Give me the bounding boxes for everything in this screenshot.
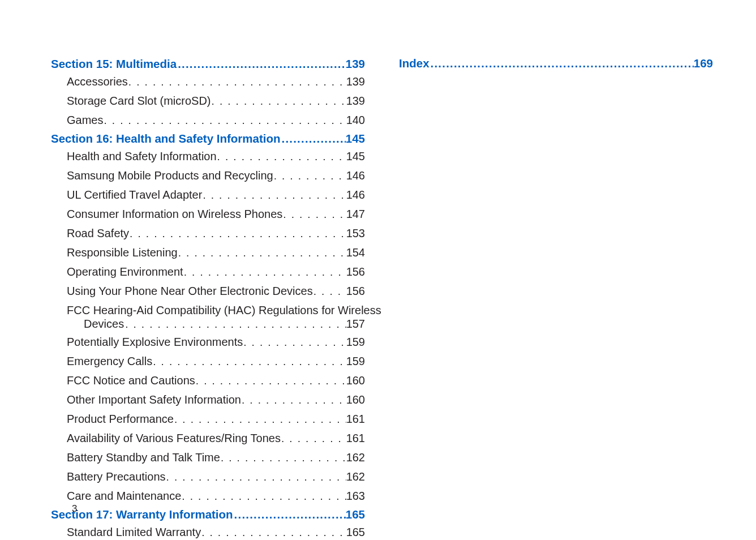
leader-dots: . . . . . . . . . . . . . . . . . . . . …: [103, 113, 346, 128]
toc-entry-operating-env[interactable]: Operating Environment . . . . . . . . . …: [67, 264, 365, 280]
page-number-footer: 3: [72, 503, 77, 515]
entry-page: 146: [346, 168, 365, 183]
entry-title: Battery Precautions: [67, 469, 166, 485]
entry-page: 139: [346, 74, 365, 89]
toc-entry-road-safety[interactable]: Road Safety . . . . . . . . . . . . . . …: [67, 226, 365, 241]
leader-dots: . . . . . . . . . . . . . . . . . . . . …: [273, 169, 346, 183]
entry-title: FCC Hearing-Aid Compatibility (HAC) Regu…: [67, 303, 381, 318]
leader-dots: ........................................…: [431, 57, 694, 70]
leader-dots: . . . . . . . . . . . . . . . . . . . . …: [211, 94, 346, 109]
toc-entry-storage[interactable]: Storage Card Slot (microSD) . . . . . . …: [67, 93, 365, 109]
leader-dots: . . . . . . . . . . . . . . . . . . . . …: [178, 246, 346, 260]
toc-entry-games[interactable]: Games . . . . . . . . . . . . . . . . . …: [67, 113, 365, 128]
toc-entry-battery-precautions[interactable]: Battery Precautions . . . . . . . . . . …: [67, 469, 365, 485]
entry-page: 159: [346, 354, 365, 369]
toc-right-column: Index ..................................…: [399, 57, 713, 540]
entry-title: Availability of Various Features/Ring To…: [67, 431, 281, 446]
leader-dots: . . . . . . . . . . . . . . . . . . . . …: [166, 470, 346, 485]
entry-title: Consumer Information on Wireless Phones: [67, 207, 282, 222]
entry-title: Storage Card Slot (microSD): [67, 93, 211, 109]
index-heading[interactable]: Index ..................................…: [399, 57, 713, 70]
leader-dots: . . . . . . . . . . . . . . . . . . . . …: [174, 412, 346, 427]
entry-page: 159: [346, 335, 365, 350]
entry-title: Care and Maintenance: [67, 488, 181, 504]
leader-dots: . . . . . . . . . . . . . . . . . . . . …: [195, 374, 346, 388]
entry-title: Responsible Listening: [67, 245, 178, 260]
toc-entry-battery-standby[interactable]: Battery Standby and Talk Time . . . . . …: [67, 450, 365, 465]
entry-title: Health and Safety Information: [67, 149, 217, 164]
toc-entry-accessories[interactable]: Accessories . . . . . . . . . . . . . . …: [67, 74, 365, 89]
leader-dots: . . . . . . . . . . . . . . . . . . . . …: [181, 489, 346, 504]
toc-entry-ring-tones[interactable]: Availability of Various Features/Ring To…: [67, 431, 365, 446]
entry-page: 163: [346, 488, 365, 504]
toc-entry-fcc-notice[interactable]: FCC Notice and Cautions . . . . . . . . …: [67, 373, 365, 388]
section-15-heading[interactable]: Section 15: Multimedia .................…: [51, 57, 365, 71]
entry-page: 156: [346, 284, 365, 299]
index-title: Index: [399, 57, 431, 70]
leader-dots: . . . . . . . . . . . . . . . . . . . . …: [202, 188, 346, 203]
section-page: 139: [346, 57, 365, 71]
entry-page: 165: [346, 525, 365, 540]
leader-dots: . . . . . . . . . . . . . . . . . . . . …: [217, 149, 346, 164]
entry-page: 161: [346, 412, 365, 427]
toc-left-column: Section 15: Multimedia .................…: [51, 57, 365, 540]
section-page: 145: [346, 132, 365, 145]
entry-page: 147: [346, 207, 365, 222]
leader-dots: ........................................…: [177, 57, 346, 71]
entry-title: Emergency Calls: [67, 354, 152, 369]
toc-entry-other-safety[interactable]: Other Important Safety Information . . .…: [67, 392, 365, 408]
leader-dots: . . . . . . . . . . . . . . . . . . . . …: [241, 393, 346, 408]
toc-entry-product-perf[interactable]: Product Performance . . . . . . . . . . …: [67, 412, 365, 427]
section-16-heading[interactable]: Section 16: Health and Safety Informatio…: [51, 132, 365, 145]
toc-entry-fcc-hac-cont[interactable]: Devices . . . . . . . . . . . . . . . . …: [84, 318, 365, 331]
entry-page: 146: [346, 187, 365, 203]
leader-dots: . . . . . . . . . . . . . . . . . . . . …: [282, 207, 346, 222]
leader-dots: . . . . . . . . . . . . . . . . . . . . …: [243, 335, 346, 350]
entry-page: 145: [346, 149, 365, 164]
leader-dots: . . . . . . . . . . . . . . . . . . . . …: [201, 525, 346, 540]
toc-entry-ul-adapter[interactable]: UL Certified Travel Adapter . . . . . . …: [67, 187, 365, 203]
leader-dots: . . . . . . . . . . . . . . . . . . . . …: [125, 318, 346, 331]
entry-title: Samsung Mobile Products and Recycling: [67, 168, 273, 183]
entry-title: FCC Notice and Cautions: [67, 373, 195, 388]
leader-dots: . . . . . . . . . . . . . . . . . . . . …: [128, 75, 346, 89]
section-title: Section 17: Warranty Information: [51, 508, 233, 521]
toc-entry-samsung-recycling[interactable]: Samsung Mobile Products and Recycling . …: [67, 168, 365, 183]
section-title: Section 16: Health and Safety Informatio…: [51, 132, 281, 145]
index-page: 169: [694, 57, 713, 70]
leader-dots: . . . . . . . . . . . . . . . . . . . . …: [152, 354, 346, 369]
toc-entry-consumer-wireless[interactable]: Consumer Information on Wireless Phones …: [67, 207, 365, 222]
entry-page: 160: [346, 392, 365, 408]
leader-dots: ........................................…: [233, 508, 346, 521]
entry-title: Operating Environment: [67, 264, 183, 280]
entry-title: Other Important Safety Information: [67, 392, 241, 408]
section-17-heading[interactable]: Section 17: Warranty Information .......…: [51, 508, 365, 521]
entry-page: 140: [346, 113, 365, 128]
entry-title-continuation: Devices: [84, 318, 125, 331]
leader-dots: . . . . . . . . . . . . . . . . . . . . …: [281, 431, 346, 446]
entry-title: Standard Limited Warranty: [67, 525, 201, 540]
entry-title: Accessories: [67, 74, 128, 89]
entry-title: UL Certified Travel Adapter: [67, 187, 202, 203]
entry-page: 139: [346, 93, 365, 109]
toc-entry-responsible-listening[interactable]: Responsible Listening . . . . . . . . . …: [67, 245, 365, 260]
toc-entry-standard-warranty[interactable]: Standard Limited Warranty . . . . . . . …: [67, 525, 365, 540]
toc-entry-health-info[interactable]: Health and Safety Information . . . . . …: [67, 149, 365, 164]
leader-dots: . . . . . . . . . . . . . . . . . . . . …: [129, 226, 346, 241]
entry-title: Product Performance: [67, 412, 174, 427]
entry-page: 156: [346, 264, 365, 280]
entry-title: Road Safety: [67, 226, 129, 241]
toc-entry-electronic-devices[interactable]: Using Your Phone Near Other Electronic D…: [67, 284, 365, 299]
toc-entry-fcc-hac[interactable]: FCC Hearing-Aid Compatibility (HAC) Regu…: [67, 303, 365, 318]
toc-entry-explosive-env[interactable]: Potentially Explosive Environments . . .…: [67, 335, 365, 350]
entry-page: 160: [346, 373, 365, 388]
leader-dots: . . . . . . . . . . . . . . . . . . . . …: [220, 451, 346, 465]
entry-title: Games: [67, 113, 103, 128]
entry-page: 157: [346, 318, 365, 331]
toc-columns: Section 15: Multimedia .................…: [51, 57, 716, 540]
toc-entry-care-maintenance[interactable]: Care and Maintenance . . . . . . . . . .…: [67, 488, 365, 504]
entry-page: 162: [346, 469, 365, 485]
entry-page: 154: [346, 245, 365, 260]
section-page: 165: [346, 508, 365, 521]
toc-entry-emergency[interactable]: Emergency Calls . . . . . . . . . . . . …: [67, 354, 365, 369]
